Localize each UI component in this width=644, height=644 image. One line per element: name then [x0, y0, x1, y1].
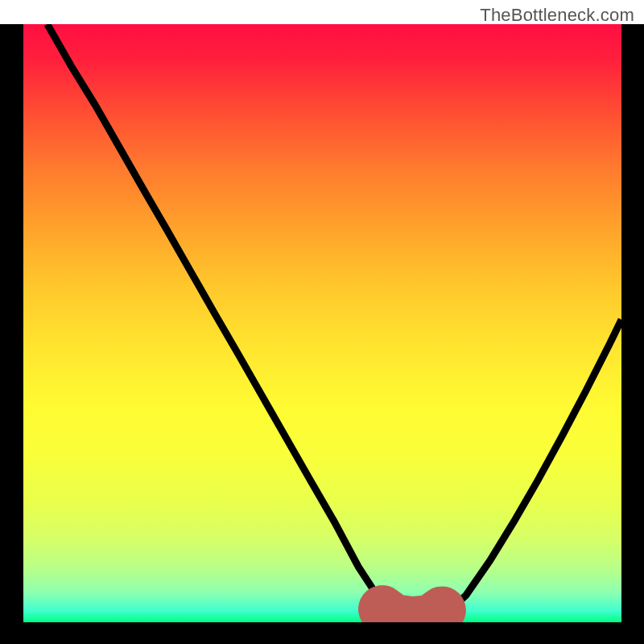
plot-area [23, 24, 621, 622]
frame-right [621, 24, 644, 644]
watermark-text: TheBottleneck.com [480, 5, 634, 26]
optimal-range-marker [23, 24, 621, 622]
bump-path [382, 609, 442, 621]
frame-left [0, 24, 23, 644]
frame-bottom [0, 622, 644, 644]
